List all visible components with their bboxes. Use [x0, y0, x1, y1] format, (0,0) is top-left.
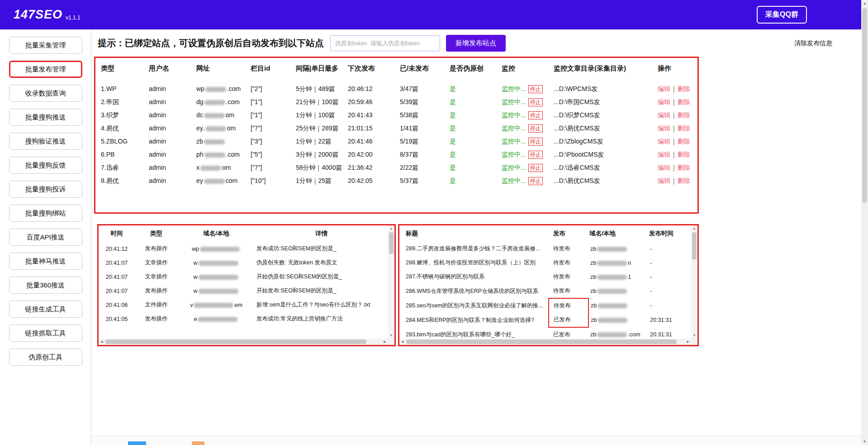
site-user: admin — [148, 82, 195, 96]
scroll-left-arrow[interactable]: ◀ — [399, 339, 406, 345]
sidebar-item-9[interactable]: 百度API推送 — [9, 229, 82, 246]
scrollbar-thumb[interactable] — [406, 340, 677, 344]
site-actions: 编辑｜删除 — [657, 96, 693, 109]
site-monitor-cell: 监控中...停止 — [501, 122, 553, 135]
scroll-down-arrow[interactable]: ▼ — [388, 332, 394, 339]
scrollbar-thumb[interactable] — [389, 232, 394, 254]
stop-button[interactable]: 停止 — [528, 164, 543, 172]
site-user: admin — [148, 161, 195, 174]
log-detail: 伪原创失败: 无效token 发布原文 — [255, 256, 388, 270]
scroll-right-arrow[interactable]: ▶ — [685, 339, 691, 345]
log-vertical-scrollbar[interactable]: ▲ ▼ — [388, 225, 394, 339]
sidebar-item-3[interactable]: 收录数据查询 — [9, 85, 82, 102]
scroll-right-arrow[interactable]: ▶ — [382, 339, 388, 345]
stop-button[interactable]: 停止 — [528, 98, 543, 106]
action-separator: ｜ — [671, 138, 677, 145]
stop-button[interactable]: 停止 — [528, 151, 543, 159]
site-pseudo-original: 是 — [449, 148, 501, 161]
scroll-left-arrow[interactable]: ◀ — [99, 339, 105, 345]
site-column-id: ["2"] — [250, 82, 295, 96]
edit-link[interactable]: 编辑 — [658, 124, 670, 132]
delete-link[interactable]: 删除 — [678, 98, 690, 105]
sidebar-item-14[interactable]: 伪原创工具 — [9, 349, 82, 366]
delete-link[interactable]: 删除 — [678, 111, 690, 119]
site-user: admin — [148, 174, 195, 187]
edit-link[interactable]: 编辑 — [658, 138, 670, 145]
scrollbar-thumb[interactable] — [105, 340, 366, 344]
log-time: 20:41:07 — [99, 256, 135, 270]
edit-link[interactable]: 编辑 — [658, 85, 670, 92]
edit-link[interactable]: 编辑 — [658, 98, 670, 105]
clear-publish-info-link[interactable]: 清除发布信息 — [794, 39, 832, 48]
articles-column-header: 发布时间 — [648, 225, 691, 242]
stop-button[interactable]: 停止 — [528, 111, 543, 120]
article-publish-time: - — [648, 298, 691, 313]
scroll-down-arrow[interactable]: ▼ — [691, 332, 697, 339]
sidebar-item-1[interactable]: 批量采集管理 — [9, 37, 82, 54]
monitoring-status: 监控中... — [502, 111, 526, 119]
app-logo: 147SEO — [14, 8, 62, 22]
redacted-text — [204, 153, 225, 158]
site-url: eycom — [195, 174, 250, 187]
site-actions: 编辑｜删除 — [657, 82, 693, 96]
sidebar-item-6[interactable]: 批量搜狗反馈 — [9, 157, 82, 174]
scroll-up-arrow[interactable]: ▲ — [691, 225, 697, 232]
delete-link[interactable]: 删除 — [678, 164, 690, 171]
sidebar-item-8[interactable]: 批量搜狗绑站 — [9, 205, 82, 222]
edit-link[interactable]: 编辑 — [658, 164, 670, 171]
delete-link[interactable]: 删除 — [678, 138, 690, 145]
sidebar-item-5[interactable]: 搜狗验证推送 — [9, 133, 82, 150]
sidebar-item-13[interactable]: 链接抓取工具 — [9, 325, 82, 342]
log-panel-inner: 时间类型域名/本地详情 20:41:12发布操作wp发布成功:SEO和SEM的区… — [99, 225, 388, 339]
delete-link[interactable]: 删除 — [678, 124, 690, 132]
sidebar-menu: 批量采集管理批量发布管理收录数据查询批量搜狗推送搜狗验证推送批量搜狗反馈批量搜狗… — [0, 29, 91, 445]
delete-link[interactable]: 删除 — [678, 151, 690, 158]
action-separator: ｜ — [671, 111, 677, 119]
site-monitor-dir: ...D:\帝国CMS发 — [553, 96, 657, 109]
sidebar-item-2[interactable]: 批量发布管理 — [9, 61, 82, 78]
scrollbar-thumb[interactable] — [692, 232, 697, 259]
sites-table-body: 1.WPadminwp.com["2"]5分钟｜489篇20:46:123/47… — [100, 82, 693, 187]
article-domain: zb.com — [588, 327, 648, 339]
scroll-up-arrow[interactable]: ▲ — [388, 225, 394, 232]
add-site-button[interactable]: 新增发布站点 — [446, 35, 506, 52]
log-column-header: 详情 — [255, 225, 388, 242]
scroll-up-arrow[interactable]: ▲ — [861, 0, 868, 7]
log-row: 20:41:07文章操作w伪原创失败: 无效token 发布原文 — [99, 256, 388, 270]
edit-link[interactable]: 编辑 — [658, 151, 670, 158]
page-scrollbar[interactable]: ▲ ▼ — [861, 0, 868, 445]
stop-button[interactable]: 停止 — [528, 124, 543, 133]
redacted-text — [598, 318, 627, 323]
edit-link[interactable]: 编辑 — [658, 177, 670, 184]
delete-link[interactable]: 删除 — [678, 85, 690, 92]
article-publish-time: 20:31:31 — [648, 327, 691, 339]
redacted-text — [597, 289, 627, 294]
redacted-text — [199, 275, 238, 280]
token-input[interactable] — [330, 35, 440, 51]
redacted-text — [199, 261, 238, 266]
site-published-count: 5/19篇 — [399, 135, 449, 148]
stop-button[interactable]: 停止 — [528, 138, 543, 146]
sidebar-item-7[interactable]: 批量搜狗投诉 — [9, 181, 82, 198]
sidebar-item-11[interactable]: 批量360推送 — [9, 277, 82, 294]
article-row: 287.不锈钢与碳钢的区别与联系待发布zb1- — [399, 270, 691, 284]
articles-horizontal-scrollbar[interactable]: ◀ ▶ — [399, 339, 691, 345]
site-monitor-cell: 监控中...停止 — [501, 148, 553, 161]
delete-link[interactable]: 删除 — [678, 177, 690, 184]
sidebar-item-12[interactable]: 链接生成工具 — [9, 301, 82, 318]
stop-button[interactable]: 停止 — [528, 85, 543, 93]
site-url: dcom — [195, 109, 250, 122]
log-table: 时间类型域名/本地详情 20:41:12发布操作wp发布成功:SEO和SEM的区… — [99, 225, 388, 326]
sidebar-item-10[interactable]: 批量神马推送 — [9, 253, 82, 270]
articles-vertical-scrollbar[interactable]: ▲ ▼ — [691, 225, 697, 339]
site-actions: 编辑｜删除 — [657, 122, 693, 135]
sidebar-item-4[interactable]: 批量搜狗推送 — [9, 109, 82, 126]
stop-button[interactable]: 停止 — [528, 177, 543, 185]
qq-group-button[interactable]: 采集QQ群 — [757, 6, 807, 24]
scroll-down-arrow[interactable]: ▼ — [861, 438, 868, 445]
edit-link[interactable]: 编辑 — [658, 111, 670, 119]
action-separator: ｜ — [671, 164, 677, 171]
scrollbar-thumb[interactable] — [862, 8, 867, 203]
article-publish-status: 待发布 — [549, 270, 588, 284]
log-horizontal-scrollbar[interactable]: ◀ ▶ — [99, 339, 388, 345]
